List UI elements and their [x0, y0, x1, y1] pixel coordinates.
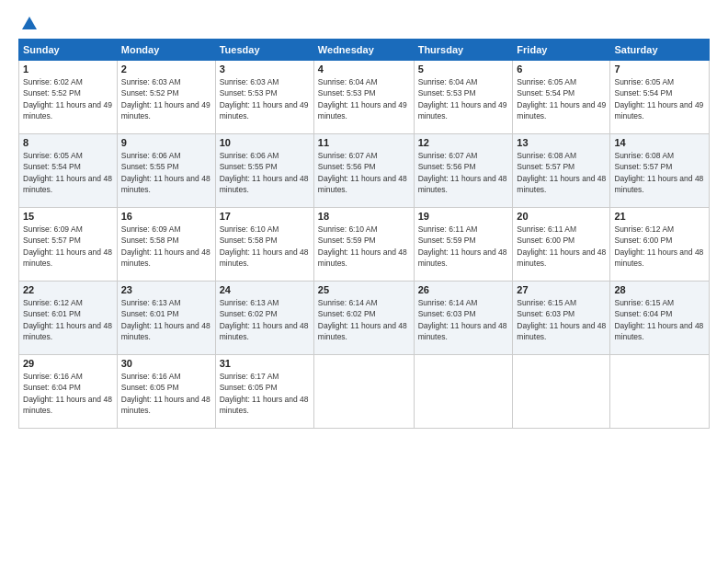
day-info: Sunrise: 6:08 AMSunset: 5:57 PMDaylight:… [614, 151, 703, 194]
logo-icon [20, 15, 39, 33]
day-info: Sunrise: 6:13 AMSunset: 6:01 PMDaylight:… [121, 298, 210, 341]
page: Sunday Monday Tuesday Wednesday Thursday… [0, 0, 728, 563]
day-cell-4: 4Sunrise: 6:04 AMSunset: 5:53 PMDaylight… [313, 61, 414, 134]
empty-cell [610, 355, 710, 429]
day-cell-16: 16Sunrise: 6:09 AMSunset: 5:58 PMDayligh… [117, 208, 215, 282]
day-cell-18: 18Sunrise: 6:10 AMSunset: 5:59 PMDayligh… [313, 208, 414, 282]
day-number: 21 [614, 211, 705, 222]
day-number: 16 [121, 211, 211, 222]
day-number: 12 [418, 137, 509, 148]
day-info: Sunrise: 6:17 AMSunset: 6:05 PMDaylight:… [220, 372, 309, 415]
calendar-week-row-5: 29Sunrise: 6:16 AMSunset: 6:04 PMDayligh… [19, 355, 710, 429]
empty-cell [513, 355, 610, 429]
day-info: Sunrise: 6:14 AMSunset: 6:03 PMDaylight:… [418, 298, 507, 341]
day-info: Sunrise: 6:13 AMSunset: 6:02 PMDaylight:… [220, 298, 309, 341]
day-cell-14: 14Sunrise: 6:08 AMSunset: 5:57 PMDayligh… [610, 134, 710, 208]
day-info: Sunrise: 6:05 AMSunset: 5:54 PMDaylight:… [23, 151, 112, 194]
empty-cell [414, 355, 513, 429]
day-number: 25 [318, 284, 410, 295]
day-cell-20: 20Sunrise: 6:11 AMSunset: 6:00 PMDayligh… [513, 208, 610, 282]
day-cell-28: 28Sunrise: 6:15 AMSunset: 6:04 PMDayligh… [610, 282, 710, 355]
day-number: 14 [614, 137, 705, 148]
day-cell-30: 30Sunrise: 6:16 AMSunset: 6:05 PMDayligh… [117, 355, 215, 429]
day-number: 20 [517, 211, 606, 222]
day-info: Sunrise: 6:16 AMSunset: 6:04 PMDaylight:… [23, 372, 112, 415]
day-cell-31: 31Sunrise: 6:17 AMSunset: 6:05 PMDayligh… [215, 355, 313, 429]
day-cell-10: 10Sunrise: 6:06 AMSunset: 5:55 PMDayligh… [215, 134, 313, 208]
day-info: Sunrise: 6:06 AMSunset: 5:55 PMDaylight:… [121, 151, 210, 194]
col-sunday: Sunday [19, 40, 118, 61]
day-cell-25: 25Sunrise: 6:14 AMSunset: 6:02 PMDayligh… [313, 282, 414, 355]
day-number: 2 [121, 63, 211, 75]
day-cell-21: 21Sunrise: 6:12 AMSunset: 6:00 PMDayligh… [610, 208, 710, 282]
calendar-week-row-2: 8Sunrise: 6:05 AMSunset: 5:54 PMDaylight… [19, 134, 710, 208]
day-info: Sunrise: 6:04 AMSunset: 5:53 PMDaylight:… [418, 77, 507, 121]
col-wednesday: Wednesday [313, 40, 414, 61]
day-cell-2: 2Sunrise: 6:03 AMSunset: 5:52 PMDaylight… [117, 61, 215, 134]
day-number: 17 [220, 211, 310, 222]
day-cell-11: 11Sunrise: 6:07 AMSunset: 5:56 PMDayligh… [313, 134, 414, 208]
col-saturday: Saturday [610, 40, 710, 61]
header [18, 15, 710, 29]
calendar-week-row-3: 15Sunrise: 6:09 AMSunset: 5:57 PMDayligh… [19, 208, 710, 282]
day-info: Sunrise: 6:10 AMSunset: 5:59 PMDaylight:… [318, 224, 407, 268]
day-info: Sunrise: 6:03 AMSunset: 5:53 PMDaylight:… [220, 77, 309, 121]
day-cell-6: 6Sunrise: 6:05 AMSunset: 5:54 PMDaylight… [513, 61, 610, 134]
day-cell-13: 13Sunrise: 6:08 AMSunset: 5:57 PMDayligh… [513, 134, 610, 208]
calendar-table: Sunday Monday Tuesday Wednesday Thursday… [18, 39, 710, 429]
day-info: Sunrise: 6:11 AMSunset: 6:00 PMDaylight:… [517, 224, 606, 268]
logo [18, 15, 39, 29]
day-cell-17: 17Sunrise: 6:10 AMSunset: 5:58 PMDayligh… [215, 208, 313, 282]
day-number: 29 [23, 358, 113, 369]
day-cell-1: 1Sunrise: 6:02 AMSunset: 5:52 PMDaylight… [19, 61, 118, 134]
calendar-week-row-4: 22Sunrise: 6:12 AMSunset: 6:01 PMDayligh… [19, 282, 710, 355]
day-info: Sunrise: 6:07 AMSunset: 5:56 PMDaylight:… [418, 151, 507, 194]
day-cell-3: 3Sunrise: 6:03 AMSunset: 5:53 PMDaylight… [215, 61, 313, 134]
day-number: 28 [614, 284, 705, 295]
col-friday: Friday [513, 40, 610, 61]
day-info: Sunrise: 6:10 AMSunset: 5:58 PMDaylight:… [220, 224, 309, 268]
day-cell-23: 23Sunrise: 6:13 AMSunset: 6:01 PMDayligh… [117, 282, 215, 355]
day-info: Sunrise: 6:12 AMSunset: 6:00 PMDaylight:… [614, 224, 703, 268]
day-number: 5 [418, 63, 509, 75]
day-number: 19 [418, 211, 509, 222]
day-cell-9: 9Sunrise: 6:06 AMSunset: 5:55 PMDaylight… [117, 134, 215, 208]
day-cell-7: 7Sunrise: 6:05 AMSunset: 5:54 PMDaylight… [610, 61, 710, 134]
day-number: 26 [418, 284, 509, 295]
day-cell-15: 15Sunrise: 6:09 AMSunset: 5:57 PMDayligh… [19, 208, 118, 282]
day-number: 30 [121, 358, 211, 369]
day-number: 24 [220, 284, 310, 295]
day-info: Sunrise: 6:04 AMSunset: 5:53 PMDaylight:… [318, 77, 407, 121]
day-number: 7 [614, 63, 705, 75]
day-number: 15 [23, 211, 113, 222]
day-info: Sunrise: 6:07 AMSunset: 5:56 PMDaylight:… [318, 151, 407, 194]
col-tuesday: Tuesday [215, 40, 313, 61]
day-number: 11 [318, 137, 410, 148]
day-number: 23 [121, 284, 211, 295]
day-info: Sunrise: 6:08 AMSunset: 5:57 PMDaylight:… [517, 151, 606, 194]
day-info: Sunrise: 6:03 AMSunset: 5:52 PMDaylight:… [121, 77, 210, 121]
day-info: Sunrise: 6:15 AMSunset: 6:03 PMDaylight:… [517, 298, 606, 341]
day-cell-8: 8Sunrise: 6:05 AMSunset: 5:54 PMDaylight… [19, 134, 118, 208]
day-number: 1 [23, 63, 113, 75]
day-info: Sunrise: 6:15 AMSunset: 6:04 PMDaylight:… [614, 298, 703, 341]
day-info: Sunrise: 6:14 AMSunset: 6:02 PMDaylight:… [318, 298, 407, 341]
day-number: 27 [517, 284, 606, 295]
day-info: Sunrise: 6:06 AMSunset: 5:55 PMDaylight:… [220, 151, 309, 194]
day-number: 13 [517, 137, 606, 148]
calendar-header-row: Sunday Monday Tuesday Wednesday Thursday… [19, 40, 710, 61]
day-number: 22 [23, 284, 113, 295]
day-info: Sunrise: 6:02 AMSunset: 5:52 PMDaylight:… [23, 77, 112, 121]
day-info: Sunrise: 6:05 AMSunset: 5:54 PMDaylight:… [614, 77, 703, 121]
day-info: Sunrise: 6:11 AMSunset: 5:59 PMDaylight:… [418, 224, 507, 268]
day-number: 10 [220, 137, 310, 148]
day-cell-5: 5Sunrise: 6:04 AMSunset: 5:53 PMDaylight… [414, 61, 513, 134]
day-info: Sunrise: 6:05 AMSunset: 5:54 PMDaylight:… [517, 77, 606, 121]
calendar-week-row-1: 1Sunrise: 6:02 AMSunset: 5:52 PMDaylight… [19, 61, 710, 134]
day-info: Sunrise: 6:09 AMSunset: 5:57 PMDaylight:… [23, 224, 112, 268]
day-cell-26: 26Sunrise: 6:14 AMSunset: 6:03 PMDayligh… [414, 282, 513, 355]
col-monday: Monday [117, 40, 215, 61]
day-info: Sunrise: 6:12 AMSunset: 6:01 PMDaylight:… [23, 298, 112, 341]
day-cell-29: 29Sunrise: 6:16 AMSunset: 6:04 PMDayligh… [19, 355, 118, 429]
day-info: Sunrise: 6:09 AMSunset: 5:58 PMDaylight:… [121, 224, 210, 268]
